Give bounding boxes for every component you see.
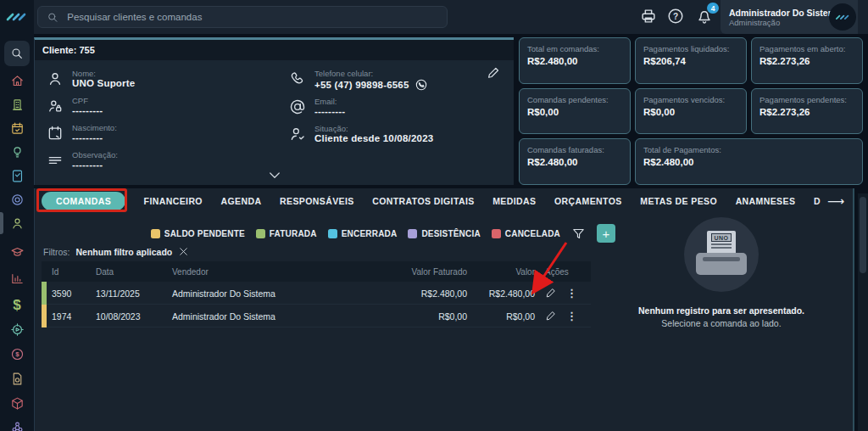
sidebar-item-integrations-icon[interactable] xyxy=(0,416,34,431)
field-label: Observação: xyxy=(72,150,118,160)
tab-overflow-partial[interactable]: D xyxy=(814,196,821,206)
tab-medidas[interactable]: MEDIDAS xyxy=(492,196,536,206)
svg-text:?: ? xyxy=(673,12,678,21)
calendar-icon xyxy=(47,125,64,142)
client-field-observacao: Observação: --------- xyxy=(47,150,275,172)
tab-financeiro[interactable]: FINANCEIRO xyxy=(144,196,203,206)
at-icon xyxy=(289,98,306,115)
sidebar-item-automations-icon[interactable] xyxy=(0,318,34,340)
stat-value: R$2.480,00 xyxy=(527,157,622,167)
client-field-situacao: Situação: Cliente desde 10/08/2023 xyxy=(289,124,501,146)
tab-agenda[interactable]: AGENDA xyxy=(221,196,262,206)
stat-card: Comandas pendentes:R$0,00 xyxy=(519,88,631,135)
tab-contratos-digitais[interactable]: CONTRATOS DIGITAIS xyxy=(372,196,474,206)
field-label: CPF xyxy=(72,96,103,105)
sidebar-search-icon[interactable] xyxy=(4,41,30,66)
stats-grid: Total em comandas:R$2.480,00 Pagamentos … xyxy=(519,37,863,185)
table-row[interactable]: 1974 10/08/2023 Administrador Do Sistema… xyxy=(42,305,591,327)
cell-billed: R$0,00 xyxy=(337,311,472,322)
sidebar-item-documents-icon[interactable] xyxy=(0,367,34,389)
tabs-scroll-right-icon[interactable]: ⟶ xyxy=(827,194,844,208)
bell-icon[interactable]: 4 xyxy=(695,7,715,27)
search-icon xyxy=(47,11,58,24)
clear-filters-icon[interactable] xyxy=(178,246,189,257)
sidebar-item-finance-icon[interactable]: $ xyxy=(0,294,34,316)
filters-label: Filtros: xyxy=(43,247,70,257)
col-id: Id xyxy=(47,267,91,277)
sidebar-item-schedule-icon[interactable] xyxy=(0,117,34,139)
client-field-nome: Nome: UNO Suporte xyxy=(47,69,275,91)
phone-icon xyxy=(289,70,306,87)
stat-label: Pagamentos vencidos: xyxy=(643,95,738,104)
table-row[interactable]: 3590 13/11/2025 Administrador Do Sistema… xyxy=(42,282,591,305)
user-menu[interactable]: Administrador Do Sistema Administração xyxy=(721,0,858,34)
field-label: Nascimento: xyxy=(72,123,117,132)
row-menu-icon[interactable]: ⋮ xyxy=(566,287,577,299)
edit-comanda-icon[interactable] xyxy=(545,287,558,299)
avatar[interactable] xyxy=(829,3,856,31)
stat-label: Total em comandas: xyxy=(527,44,622,53)
cell-date: 10/08/2023 xyxy=(91,311,167,322)
tab-responsaveis[interactable]: RESPONSÁVEIS xyxy=(280,196,354,206)
client-field-cpf: CPF --------- xyxy=(47,96,275,118)
client-field-nascimento: Nascimento: --------- xyxy=(47,123,275,145)
sidebar-item-payments-icon[interactable]: $ xyxy=(0,343,34,365)
chevron-down-icon[interactable] xyxy=(267,170,282,182)
stat-card: Comandas faturadas:R$2.480,00 xyxy=(519,138,631,185)
sidebar-item-courses-icon[interactable] xyxy=(0,241,34,263)
row-menu-icon[interactable]: ⋮ xyxy=(566,310,577,322)
stat-value: R$0,00 xyxy=(527,107,622,117)
scrollbar[interactable] xyxy=(858,193,868,431)
comandas-table: Id Data Vendedor Valor Faturado Valor Aç… xyxy=(42,261,591,327)
stat-label: Total de Pagamentos: xyxy=(643,145,854,154)
col-valor-faturado: Valor Faturado xyxy=(337,267,472,277)
stat-value: R$2.273,26 xyxy=(760,107,854,117)
sidebar-item-products-icon[interactable] xyxy=(0,392,34,414)
cell-seller: Administrador Do Sistema xyxy=(167,311,337,322)
status-legend: SALDO PENDENTE FATURADA ENCERRADA DESIST… xyxy=(151,224,615,243)
sidebar-item-company-icon[interactable] xyxy=(0,93,34,115)
legend-encerrada: ENCERRADA xyxy=(328,229,398,238)
edit-comanda-icon[interactable] xyxy=(545,310,558,322)
stat-card: Pagamentos liquidados:R$206,74 xyxy=(635,37,747,84)
sidebar-item-reports-icon[interactable] xyxy=(0,267,34,289)
tab-anamneses[interactable]: ANAMNESES xyxy=(736,196,796,206)
filter-icon[interactable] xyxy=(571,227,586,241)
tab-comandas[interactable]: COMANDAS xyxy=(42,192,125,210)
sidebar-item-records-icon[interactable] xyxy=(0,165,34,187)
uno-badge: UNO xyxy=(711,233,732,242)
whatsapp-icon[interactable] xyxy=(415,78,428,92)
global-search[interactable] xyxy=(37,6,448,28)
notes-icon xyxy=(47,152,64,169)
tab-bar: COMANDAS FINANCEIRO AGENDA RESPONSÁVEIS … xyxy=(35,188,853,214)
field-label: Situação: xyxy=(314,124,433,133)
field-value: +55 (47) 99898-6565 xyxy=(314,80,409,90)
field-value: UNO Suporte xyxy=(72,78,135,88)
stat-card: Total em comandas:R$2.480,00 xyxy=(519,37,631,84)
user-name: Administrador Do Sistema xyxy=(729,8,841,18)
sidebar-item-ideas-icon[interactable] xyxy=(0,141,34,163)
search-input[interactable] xyxy=(67,12,438,22)
col-valor: Valor xyxy=(472,267,540,277)
stat-label: Pagamentos pendentes: xyxy=(760,95,854,104)
filters-bar: Filtros: Nenhum filtro aplicado xyxy=(43,246,189,257)
legend-faturada: FATURADA xyxy=(256,229,317,238)
printer-icon[interactable] xyxy=(639,7,659,27)
table-header: Id Data Vendedor Valor Faturado Valor Aç… xyxy=(42,261,591,282)
sidebar-item-targets-icon[interactable] xyxy=(0,188,34,210)
svg-text:$: $ xyxy=(15,350,19,358)
stat-label: Pagamentos em aberto: xyxy=(760,44,854,53)
legend-desistencia: DESISTÊNCIA xyxy=(408,229,480,238)
tab-orcamentos[interactable]: ORÇAMENTOS xyxy=(554,196,622,206)
tab-metas-de-peso[interactable]: METAS DE PESO xyxy=(640,196,717,206)
legend-saldo-pendente: SALDO PENDENTE xyxy=(151,229,245,238)
user-role: Administração xyxy=(729,18,841,27)
col-acoes: Ações xyxy=(540,267,589,277)
sidebar-item-clients-icon[interactable] xyxy=(0,212,34,234)
stat-value: R$206,74 xyxy=(643,56,738,66)
cell-value: R$2.480,00 xyxy=(472,288,540,299)
stat-value: R$0,00 xyxy=(643,107,738,117)
sidebar-item-home-icon[interactable] xyxy=(0,70,34,92)
comandas-panel: COMANDAS FINANCEIRO AGENDA RESPONSÁVEIS … xyxy=(34,188,854,431)
help-icon[interactable]: ? xyxy=(666,7,687,27)
